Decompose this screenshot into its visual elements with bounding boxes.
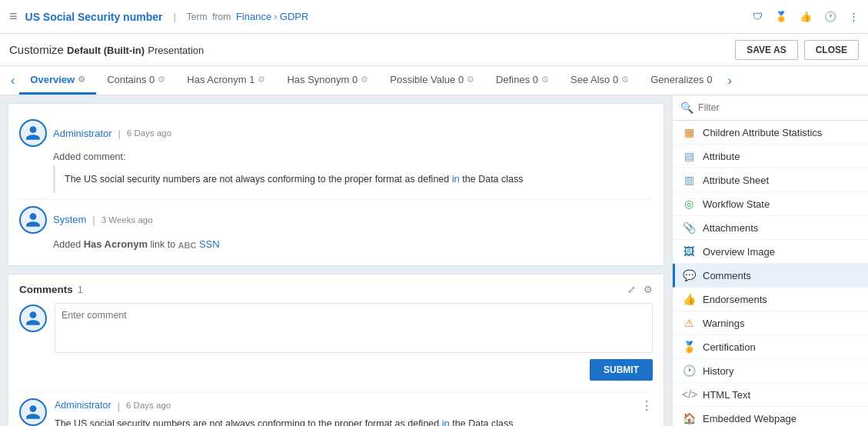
defines-gear-icon[interactable]: ⚙ <box>541 75 549 85</box>
tab-see-also[interactable]: See Also 0 ⚙ <box>560 66 640 95</box>
activity-in-link[interactable]: in <box>452 173 460 185</box>
attachments-icon: 📎 <box>682 221 696 234</box>
panel-label-overview-image: Overview Image <box>703 246 775 258</box>
comment-in-link[interactable]: in <box>442 418 450 426</box>
panel-label-html-text: HTML Text <box>703 389 750 401</box>
ssn-link[interactable]: SSN <box>199 238 220 250</box>
attribute-sheet-icon: ▥ <box>682 174 696 186</box>
thumb-icon[interactable]: 👍 <box>800 11 812 22</box>
activity-user-2: System <box>53 214 86 225</box>
tab-has-synonym[interactable]: Has Synonym 0 ⚙ <box>276 66 379 95</box>
panel-item-attribute-sheet[interactable]: ▥ Attribute Sheet <box>673 168 868 192</box>
top-bar-actions: 🛡 🏅 👍 🕐 ⋮ <box>753 11 859 22</box>
activity-user-1: Administrator <box>53 128 112 139</box>
overview-gear-icon[interactable]: ⚙ <box>78 75 85 85</box>
attribute-icon: ▤ <box>682 150 696 162</box>
comment-meta-sep: | <box>118 400 120 411</box>
shield-icon[interactable]: 🛡 <box>753 11 763 22</box>
overview-image-icon: 🖼 <box>682 245 696 258</box>
contains-gear-icon[interactable]: ⚙ <box>158 75 165 85</box>
panel-label-endorsements: Endorsements <box>703 294 767 305</box>
top-bar: ≡ US Social Security number | Term from … <box>0 0 868 34</box>
clock-icon[interactable]: 🕐 <box>824 11 836 22</box>
endorsements-icon: 👍 <box>682 293 696 305</box>
tab-generalizes[interactable]: Generalizes 0 <box>640 66 723 95</box>
comments-count: 1 <box>78 284 83 295</box>
breadcrumb: Term from Finance › GDPR <box>187 11 309 22</box>
avatar-current-user <box>19 305 47 332</box>
activity-header-1: Administrator | 6 Days ago <box>19 119 653 147</box>
tab-has-acronym[interactable]: Has Acronym 1 ⚙ <box>176 66 276 95</box>
panel-item-history[interactable]: 🕐 History <box>673 359 868 383</box>
activity-text-2: Added Has Acronym link to ABC SSN <box>53 238 653 250</box>
has-synonym-gear-icon[interactable]: ⚙ <box>361 75 368 85</box>
more-icon[interactable]: ⋮ <box>849 11 859 22</box>
panel-label-attribute-sheet: Attribute Sheet <box>703 175 769 186</box>
panel-item-endorsements[interactable]: 👍 Endorsements <box>673 288 868 311</box>
comments-panel-icon: 💬 <box>682 269 696 281</box>
comment-actions-1[interactable]: ⋮ <box>640 398 653 413</box>
has-acronym-gear-icon[interactable]: ⚙ <box>258 75 265 85</box>
tab-generalizes-label: Generalizes 0 <box>650 74 712 85</box>
tab-overview[interactable]: Overview ⚙ <box>19 66 96 95</box>
tab-defines-label: Defines 0 <box>496 74 538 85</box>
menu-icon[interactable]: ≡ <box>9 8 18 25</box>
avatar-comment-user <box>19 398 47 426</box>
panel-item-html-text[interactable]: </> HTML Text <box>673 383 868 407</box>
finance-link[interactable]: Finance <box>236 11 271 22</box>
panel-item-children-attr-stats[interactable]: ▦ Children Attribute Statistics <box>673 121 868 145</box>
possible-value-gear-icon[interactable]: ⚙ <box>467 75 474 85</box>
tab-possible-value-label: Possible Value 0 <box>390 74 464 85</box>
embedded-webpage-icon: 🏠 <box>682 412 696 424</box>
gdpr-link[interactable]: GDPR <box>280 11 309 22</box>
panel-item-comments[interactable]: 💬 Comments <box>673 264 868 288</box>
submit-btn-wrap: SUBMIT <box>55 359 653 381</box>
page-title: US Social Security number <box>25 11 163 23</box>
comment-body-1: Administrator | 6 Days ago ⋮ The US soci… <box>55 398 653 426</box>
history-icon: 🕐 <box>682 364 696 377</box>
left-panel: Administrator | 6 Days ago Added comment… <box>0 95 672 426</box>
filter-input[interactable] <box>698 102 860 113</box>
warnings-icon: ⚠ <box>682 317 696 329</box>
activity-content-1: The US social security numbers are not a… <box>53 165 653 193</box>
comment-text-1: The US social security numbers are not a… <box>55 416 653 426</box>
tab-nav-prev[interactable]: ‹ <box>6 66 19 95</box>
panel-item-overview-image[interactable]: 🖼 Overview Image <box>673 240 868 264</box>
comments-title: Comments <box>19 284 73 295</box>
comment-time-1: 6 Days ago <box>126 401 171 410</box>
tab-defines[interactable]: Defines 0 ⚙ <box>485 66 560 95</box>
panel-item-attribute[interactable]: ▤ Attribute <box>673 145 868 168</box>
comments-gear-icon[interactable]: ⚙ <box>644 284 653 295</box>
has-acronym-text: Has Acronym <box>84 238 148 250</box>
close-button[interactable]: CLOSE <box>804 40 859 60</box>
panel-item-embedded-webpage[interactable]: 🏠 Embedded Webpage <box>673 407 868 426</box>
tab-see-also-label: See Also 0 <box>570 74 618 85</box>
panel-item-attachments[interactable]: 📎 Attachments <box>673 216 868 240</box>
activity-entry-2: System | 3 Weeks ago Added Has Acronym l… <box>19 200 653 256</box>
panel-label-attribute: Attribute <box>703 151 740 162</box>
expand-icon[interactable]: ⤢ <box>627 284 636 295</box>
tab-nav-next[interactable]: › <box>723 66 736 95</box>
right-panel: 🔍 ▦ Children Attribute Statistics ▤ Attr… <box>672 95 868 426</box>
avatar-system <box>19 206 47 234</box>
activity-sep-1: | <box>118 128 121 139</box>
comments-card: Comments 1 ⤢ ⚙ SUBMIT <box>8 274 664 426</box>
tab-possible-value[interactable]: Possible Value 0 ⚙ <box>379 66 485 95</box>
submit-button[interactable]: SUBMIT <box>590 359 653 381</box>
tab-contains-label: Contains 0 <box>107 74 155 85</box>
panel-label-history: History <box>703 365 733 377</box>
panel-item-workflow-state[interactable]: ◎ Workflow State <box>673 192 868 216</box>
panel-item-warnings[interactable]: ⚠ Warnings <box>673 311 868 335</box>
tab-contains[interactable]: Contains 0 ⚙ <box>96 66 176 95</box>
activity-sep-2: | <box>92 214 95 225</box>
save-as-button[interactable]: SAVE AS <box>735 40 797 60</box>
panel-label-warnings: Warnings <box>703 318 744 329</box>
panel-item-certification[interactable]: 🏅 Certification <box>673 335 868 359</box>
comment-textarea[interactable] <box>55 303 653 353</box>
right-panel-scroll: ▦ Children Attribute Statistics ▤ Attrib… <box>673 121 868 426</box>
comments-header-actions: ⤢ ⚙ <box>627 284 653 295</box>
filter-search-icon: 🔍 <box>680 102 693 114</box>
activity-card: Administrator | 6 Days ago Added comment… <box>8 103 664 266</box>
see-also-gear-icon[interactable]: ⚙ <box>621 75 629 85</box>
badge-icon[interactable]: 🏅 <box>775 11 787 22</box>
